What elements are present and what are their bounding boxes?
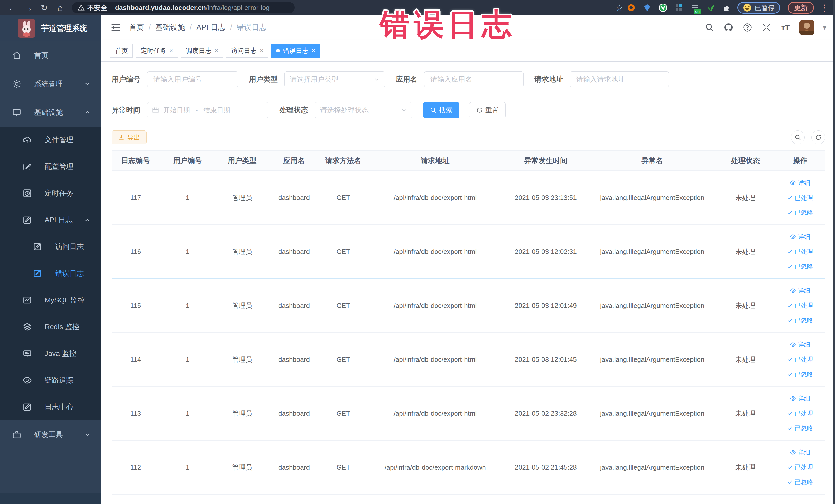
sidebar-item-log-center[interactable]: 日志中心 [0, 394, 101, 420]
tab-label: 错误日志 [283, 46, 308, 55]
browser-menu-icon[interactable]: ⋮ [820, 3, 829, 13]
user-id-input[interactable] [147, 72, 238, 87]
sidebar-logo[interactable]: 芋道管理系统 [0, 15, 101, 41]
table-row: 115 1 管理员 dashboard GET /api/infra/db-do… [111, 279, 825, 332]
ignored-link[interactable]: 已忽略 [775, 367, 825, 382]
detail-link[interactable]: 详细 [775, 283, 825, 298]
close-icon[interactable]: × [215, 47, 218, 54]
fullscreen-icon[interactable] [761, 22, 772, 33]
close-icon[interactable]: × [169, 47, 173, 54]
app-name-input[interactable] [424, 72, 524, 87]
green-v-extension-icon[interactable] [658, 3, 668, 12]
date-range-picker[interactable]: 开始日期 - 结束日期 [147, 102, 268, 118]
tab-error-log[interactable]: 错误日志× [271, 44, 320, 58]
breadcrumb-item-api-log[interactable]: API 日志 [196, 22, 225, 33]
ignored-link[interactable]: 已忽略 [775, 313, 825, 328]
caret-down-icon[interactable]: ▾ [823, 24, 826, 32]
ignored-link[interactable]: 已忽略 [775, 475, 825, 490]
logo-image [18, 19, 35, 38]
sidebar-item-home[interactable]: 首页 [0, 41, 101, 69]
processed-link[interactable]: 已处理 [775, 352, 825, 367]
sidebar-item-api-log[interactable]: API 日志 [0, 207, 101, 234]
reload-icon[interactable]: ↻ [38, 2, 51, 14]
sidebar-item-java-monitor[interactable]: Java 监控 [0, 340, 101, 367]
user-avatar[interactable] [799, 20, 814, 35]
sidebar-item-mysql-monitor[interactable]: MySQL 监控 [0, 287, 101, 314]
sidebar-item-error-log[interactable]: 错误日志 [0, 260, 101, 287]
search-button[interactable]: 搜索 [423, 102, 460, 118]
sidebar-item-redis-monitor[interactable]: Redis 监控 [0, 314, 101, 340]
grid-extension-icon[interactable] [674, 3, 684, 12]
breadcrumb-item-home[interactable]: 首页 [129, 22, 144, 33]
cell-user-type: 管理员 [216, 279, 269, 332]
toggle-search-button[interactable] [791, 130, 805, 144]
orange-ring-extension-icon[interactable] [627, 3, 636, 12]
process-status-select[interactable]: 请选择处理状态 [315, 102, 412, 118]
filter-row-1: 用户编号 用户类型 请选择用户类型 应用名 请求地址 [111, 72, 825, 87]
detail-link[interactable]: 详细 [775, 229, 825, 244]
breadcrumb-item-infra[interactable]: 基础设施 [155, 22, 185, 33]
reset-button-label: 重置 [485, 106, 499, 115]
tab-scheduled-jobs[interactable]: 定时任务× [136, 44, 178, 58]
ignored-link[interactable]: 已忽略 [775, 259, 825, 274]
search-icon[interactable] [704, 22, 715, 33]
export-button[interactable]: 导出 [111, 130, 147, 144]
help-icon[interactable] [742, 22, 753, 33]
sidebar-item-file-management[interactable]: 文件管理 [0, 126, 101, 153]
ignored-link[interactable]: 已忽略 [775, 205, 825, 220]
close-icon[interactable]: × [260, 47, 263, 54]
request-url-input[interactable] [570, 72, 669, 87]
processed-link[interactable]: 已处理 [775, 406, 825, 421]
sidebar-item-devtools[interactable]: 研发工具 [0, 420, 101, 449]
browser-home-icon[interactable]: ⌂ [54, 2, 67, 14]
detail-link[interactable]: 详细 [775, 175, 825, 190]
processed-link[interactable]: 已处理 [775, 460, 825, 475]
user-type-select[interactable]: 请选择用户类型 [284, 72, 385, 87]
sidebar-item-label: Java 监控 [45, 349, 76, 358]
tab-schedule-log[interactable]: 调度日志× [181, 44, 223, 58]
forward-icon[interactable]: → [22, 2, 35, 14]
cell-method: GET [319, 171, 367, 225]
exception-time-label: 异常时间 [111, 105, 140, 115]
tab-home[interactable]: 首页 [110, 44, 133, 58]
sidebar-item-trace[interactable]: 链路追踪 [0, 367, 101, 394]
close-icon[interactable]: × [312, 47, 315, 54]
sidebar-item-config-management[interactable]: 配置管理 [0, 153, 101, 180]
github-icon[interactable] [724, 22, 734, 33]
tab-access-log[interactable]: 访问日志× [226, 44, 268, 58]
sidebar-footer [0, 449, 101, 504]
blue-drop-extension-icon[interactable] [643, 3, 652, 12]
processed-link[interactable]: 已处理 [775, 298, 825, 313]
sidebar-item-infra[interactable]: 基础设施 [0, 98, 101, 126]
processed-link[interactable]: 已处理 [775, 244, 825, 259]
back-icon[interactable]: ← [6, 2, 19, 14]
cell-actions: 详细 已处理 已忽略 [775, 171, 825, 225]
leaf-extension-icon[interactable] [706, 3, 715, 12]
font-size-icon[interactable]: тT [780, 22, 791, 33]
puzzle-extension-icon[interactable] [722, 3, 731, 12]
sidebar-item-access-log[interactable]: 访问日志 [0, 234, 101, 260]
sidebar-bottom-strip [0, 493, 101, 504]
paused-profile-badge[interactable]: 已暂停 [737, 2, 780, 14]
on-badge-extension-icon[interactable]: on [690, 3, 699, 12]
refresh-table-button[interactable] [811, 130, 825, 144]
detail-link[interactable]: 详细 [775, 391, 825, 406]
detail-link[interactable]: 详细 [775, 445, 825, 460]
breadcrumb: 首页 / 基础设施 / API 日志 / 错误日志 [129, 22, 266, 33]
detail-label: 详细 [798, 286, 810, 295]
sidebar-item-system[interactable]: 系统管理 [0, 69, 101, 98]
cell-exception: java.lang.IllegalArgumentException [588, 225, 716, 279]
tab-label: 首页 [115, 46, 128, 55]
processed-link[interactable]: 已处理 [775, 190, 825, 205]
browser-update-button[interactable]: 更新 [788, 2, 814, 14]
sidebar-fold-icon[interactable] [110, 22, 121, 33]
cell-log-id: 115 [111, 279, 160, 332]
address-bar[interactable]: 不安全 dashboard.yudao.iocoder.cn/infra/log… [72, 2, 295, 13]
ignored-link[interactable]: 已忽略 [775, 421, 825, 436]
reset-button[interactable]: 重置 [469, 102, 506, 118]
app-title: 芋道管理系统 [41, 23, 87, 34]
sidebar-item-scheduled-jobs[interactable]: 定时任务 [0, 180, 101, 207]
bookmark-star-icon[interactable]: ☆ [615, 3, 624, 12]
detail-link[interactable]: 详细 [775, 337, 825, 352]
cell-status: 未处理 [716, 386, 775, 440]
